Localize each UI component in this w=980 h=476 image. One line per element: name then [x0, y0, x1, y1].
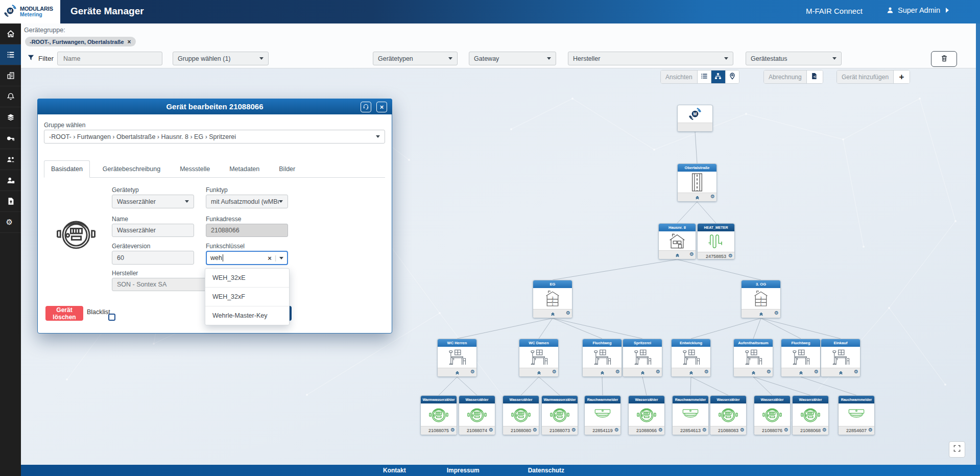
list-view-button[interactable]	[698, 70, 711, 83]
chevron-down-icon[interactable]	[279, 257, 283, 259]
gear-icon[interactable]: ⚙	[702, 427, 707, 433]
sidebar-item-file-upload[interactable]	[0, 191, 21, 212]
tree-node-wasserz-hler[interactable]: Wasserzähler21088080⚙	[503, 395, 539, 435]
footer-link-datenschutz[interactable]: Datenschutz	[528, 467, 564, 474]
filter-select-ger-tetypen[interactable]: Gerätetypen	[373, 52, 458, 65]
gear-icon[interactable]: ⚙	[658, 427, 663, 433]
sidebar-item-key[interactable]	[0, 128, 21, 149]
funktyp-select[interactable]: mit Aufsatzmodul (wMBus/OMS	[206, 195, 288, 208]
modularis-logo[interactable]: M MODULARIS Metering	[0, 0, 60, 23]
gear-icon[interactable]: ⚙	[854, 369, 858, 374]
tree-node-heat-meter[interactable]: HEAT_METER24758853⚙	[697, 223, 735, 259]
gear-icon[interactable]: ⚙	[489, 427, 493, 433]
gear-icon[interactable]: ⚙	[784, 427, 788, 433]
clear-filters-button[interactable]	[931, 51, 957, 67]
dropdown-option[interactable]: WEH_32xF	[205, 288, 289, 306]
tree-node-entwicklung[interactable]: Entwicklung⚙	[671, 339, 711, 377]
hersteller-select[interactable]: SON - Sontex SA	[112, 278, 208, 291]
tree-node-warmwasserz-hler[interactable]: Warmwasserzähler21088075⚙	[420, 395, 457, 435]
delete-device-button[interactable]: Gerät löschen	[45, 306, 83, 321]
group-select[interactable]: -ROOT- › Furtwangen › Obertalstraße › Ha…	[44, 130, 385, 144]
tree-node-eg[interactable]: EG321⚙	[533, 280, 572, 318]
group-filter-chip[interactable]: -ROOT-, Furtwangen, Obertalstraße ×	[25, 37, 136, 46]
collapse-icon[interactable]	[550, 311, 556, 317]
footer-link-impressum[interactable]: Impressum	[447, 467, 480, 474]
gear-icon[interactable]: ⚙	[740, 427, 745, 433]
tree-node-fluchtweg[interactable]: Fluchtweg⚙	[582, 339, 622, 377]
sidebar-item-bell[interactable]	[0, 86, 21, 107]
gear-icon[interactable]: ⚙	[868, 427, 873, 433]
collapse-icon[interactable]	[600, 370, 605, 375]
tab-basisdaten[interactable]: Basisdaten	[44, 160, 90, 178]
collapse-icon[interactable]	[455, 370, 460, 375]
filter-select-gruppe-w-hlen-[interactable]: Gruppe wählen (1)	[173, 52, 269, 65]
filter-select-gateway[interactable]: Gateway	[469, 52, 556, 65]
clear-icon[interactable]: ×	[268, 254, 272, 262]
filter-select-hersteller[interactable]: Hersteller	[568, 52, 733, 65]
gear-icon[interactable]: ⚙	[774, 310, 779, 316]
tab-messstelle[interactable]: Messstelle	[173, 161, 217, 177]
tree-node-wasserz-hler[interactable]: Wasserzähler21088083⚙	[710, 395, 747, 435]
tree-node-wasserz-hler[interactable]: Wasserzähler21088076⚙	[754, 395, 791, 435]
collapse-icon[interactable]	[798, 370, 804, 375]
gear-icon[interactable]: ⚙	[566, 310, 570, 316]
sidebar-item-user-tag[interactable]	[0, 170, 21, 191]
gear-icon[interactable]: ⚙	[470, 369, 475, 374]
tree-node-rauchwarnmelder[interactable]: Rauchwarnmelder22854607⚙	[838, 395, 875, 435]
name-filter-input[interactable]	[62, 55, 157, 63]
collapse-icon[interactable]	[751, 370, 756, 375]
gear-icon[interactable]: ⚙	[767, 369, 771, 374]
collapse-icon[interactable]	[675, 252, 680, 258]
tab-metadaten[interactable]: Metadaten	[223, 161, 266, 177]
tree-node-wasserz-hler[interactable]: Wasserzähler21088068⚙	[792, 395, 829, 435]
close-icon[interactable]: ×	[128, 38, 131, 45]
gear-icon[interactable]: ⚙	[552, 369, 557, 374]
gear-icon[interactable]: ⚙	[689, 251, 694, 257]
dropdown-option[interactable]: WEH_32xE	[205, 269, 289, 288]
footer-link-kontakt[interactable]: Kontakt	[383, 467, 406, 474]
funkschluessel-input[interactable]: weh × |	[206, 251, 288, 265]
tree-node-rauchwarnmelder[interactable]: Rauchwarnmelder22854613⚙	[672, 395, 709, 435]
geraetetyp-select[interactable]: Wasserzähler	[112, 195, 194, 208]
gear-icon[interactable]: ⚙	[533, 427, 537, 433]
tree-view-button[interactable]	[711, 70, 725, 83]
tab-bilder[interactable]: Bilder	[272, 161, 302, 177]
tree-node-3-og[interactable]: 3. OG321⚙	[741, 280, 781, 318]
collapse-icon[interactable]	[838, 370, 844, 375]
dropdown-option[interactable]: Wehrle-Master-Key	[205, 306, 289, 325]
gear-icon[interactable]: ⚙	[450, 427, 455, 433]
tree-node-wc-herren[interactable]: WC Herren⚙	[437, 339, 477, 377]
collapse-icon[interactable]	[536, 370, 542, 375]
tree-node-einkauf[interactable]: Einkauf⚙	[821, 339, 861, 377]
close-button[interactable]: ×	[376, 102, 387, 112]
name-input[interactable]: Wasserzähler	[112, 224, 194, 237]
gear-icon[interactable]: ⚙	[728, 253, 733, 258]
tree-node-warmwasserz-hler[interactable]: Warmwasserzähler21088073⚙	[541, 395, 578, 435]
add-device-button[interactable]: +	[894, 70, 910, 83]
gear-icon[interactable]: ⚙	[571, 427, 576, 433]
collapse-icon[interactable]	[695, 195, 700, 200]
vertical-scrollbar[interactable]	[976, 23, 980, 465]
collapse-icon[interactable]	[640, 370, 646, 375]
fullscreen-button[interactable]	[949, 441, 965, 458]
collapse-icon[interactable]	[688, 370, 694, 375]
gear-icon[interactable]: ⚙	[822, 427, 827, 433]
sidebar-item-users[interactable]	[0, 149, 21, 170]
blacklist-checkbox[interactable]	[108, 314, 115, 321]
map-view-button[interactable]	[726, 70, 739, 83]
sidebar-item-gear[interactable]: ⚙	[0, 212, 21, 233]
tree-node-gateway[interactable]: M	[677, 105, 713, 132]
gear-icon[interactable]: ⚙	[704, 369, 709, 374]
collapse-icon[interactable]	[758, 311, 764, 317]
sidebar-item-layers[interactable]	[0, 107, 21, 128]
gear-icon[interactable]: ⚙	[615, 369, 620, 374]
tree-node-aufenthaltsraum[interactable]: Aufenthaltsraum⚙	[733, 339, 773, 377]
tree-node-wasserz-hler[interactable]: Wasserzähler21088066⚙	[628, 395, 665, 435]
tree-node-fluchtweg[interactable]: Fluchtweg⚙	[781, 339, 821, 377]
tree-node-rauchwarnmelder[interactable]: Rauchwarnmelder22854119⚙	[584, 395, 621, 435]
tree-node-wasserz-hler[interactable]: Wasserzähler21088074⚙	[459, 395, 495, 435]
gear-icon[interactable]: ⚙	[814, 369, 819, 374]
tree-node-hausnr-8[interactable]: Hausnr. 8⚙	[658, 223, 696, 259]
tree-node-wc-damen[interactable]: WC Damen⚙	[519, 339, 559, 377]
gear-icon[interactable]: ⚙	[656, 369, 660, 374]
